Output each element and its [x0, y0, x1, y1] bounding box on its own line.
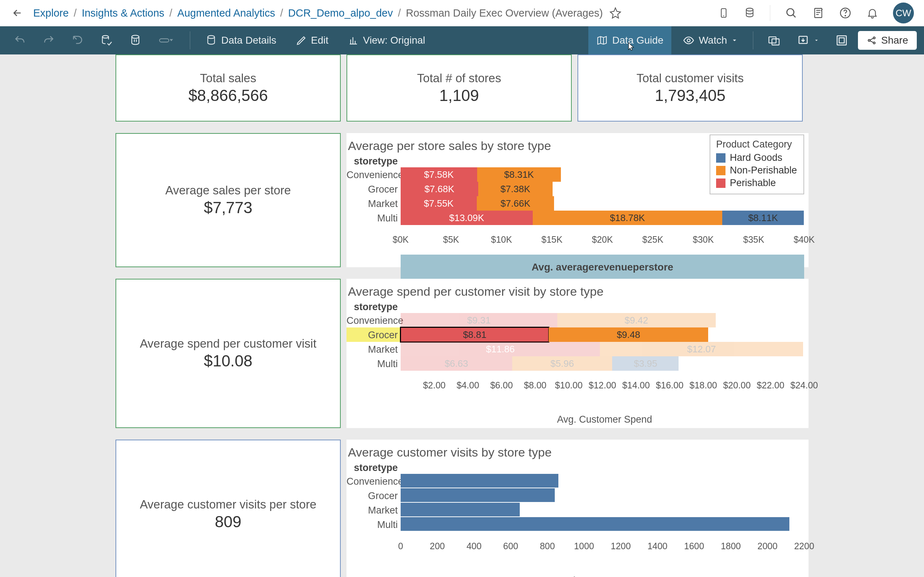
view-menu-button[interactable] [152, 26, 183, 55]
bar-row[interactable]: Grocer [347, 488, 809, 503]
bar-row[interactable]: Multi$13.09K$18.78K$8.11K [347, 211, 809, 225]
bar-row[interactable]: Multi$6.63$5.96$3.95 [347, 356, 809, 371]
svg-rect-5 [815, 8, 822, 18]
svg-point-25 [874, 42, 875, 44]
bar-segment[interactable]: $7.66K [477, 196, 554, 211]
chart-avg-visits-by-store-type[interactable]: Average customer visits by store type st… [347, 440, 809, 577]
note-icon[interactable] [812, 7, 824, 19]
bar-segment[interactable]: $12.07 [600, 342, 803, 356]
share-button[interactable]: Share [858, 31, 917, 50]
metrics-button[interactable] [761, 26, 787, 55]
row-spend-by-type: Average spend per customer visit $10.08 … [115, 279, 809, 428]
share-icon [867, 35, 877, 45]
kpi-avg-spend[interactable]: Average spend per customer visit $10.08 [115, 279, 341, 428]
axis-tick: $24.00 [790, 380, 818, 390]
bar-segment[interactable] [401, 517, 789, 531]
bar-row[interactable]: Convenience [347, 474, 809, 488]
data-guide-button[interactable]: Data Guide [588, 26, 671, 55]
fullscreen-button[interactable] [829, 26, 855, 55]
notifications-icon[interactable] [866, 7, 879, 19]
axis-tick: 1000 [574, 541, 594, 551]
kpi-value: 1,109 [439, 87, 479, 105]
data-source-icon[interactable] [744, 6, 756, 20]
axis-tick: 200 [430, 541, 445, 551]
bar-row[interactable]: Market [347, 503, 809, 517]
download-button[interactable] [790, 26, 825, 55]
category-label: Multi [347, 213, 398, 224]
kpi-value: 1,793,405 [655, 87, 725, 105]
chart-avg-spend-by-store-type[interactable]: Average spend per customer visit by stor… [347, 279, 809, 428]
dashboard-area: Total sales $8,866,566 Total # of stores… [0, 55, 924, 577]
bar-segment[interactable]: $9.42 [557, 313, 716, 327]
svg-line-27 [870, 41, 874, 43]
data-details-button[interactable]: Data Details [197, 26, 284, 55]
redo-button[interactable] [36, 26, 61, 55]
bar-segment[interactable] [401, 488, 555, 502]
crumb-explore[interactable]: Explore [33, 7, 69, 19]
bar-segment[interactable]: $7.55K [401, 196, 477, 211]
bar-row[interactable]: Multi [347, 517, 809, 532]
svg-line-4 [793, 15, 796, 18]
back-button[interactable] [10, 6, 24, 20]
bar-segment[interactable]: $9.48 [549, 327, 708, 342]
bar-row[interactable]: Market$7.55K$7.66K [347, 196, 809, 211]
edit-button[interactable]: Edit [288, 26, 336, 55]
crumb-project[interactable]: DCR_Demo_alpo_dev [288, 7, 393, 19]
bar-segment[interactable] [401, 503, 520, 516]
bar-segment[interactable]: $7.58K [401, 167, 477, 182]
data-details-icon [205, 35, 217, 46]
bar-segment[interactable] [401, 474, 558, 488]
svg-point-16 [208, 36, 215, 39]
help-icon[interactable] [839, 6, 852, 19]
crumb-current: Rossman Daily Exec Overview (Averages) [406, 7, 603, 19]
kpi-total-sales[interactable]: Total sales $8,866,566 [115, 55, 341, 121]
kpi-total-stores[interactable]: Total # of stores 1,109 [347, 55, 572, 121]
axis-tick: 600 [503, 541, 518, 551]
axis-tick: $14.00 [622, 380, 650, 390]
bar-segment[interactable]: $8.31K [477, 167, 561, 182]
bar-segment[interactable]: $5.96 [512, 356, 612, 371]
view-original-button[interactable]: View: Original [340, 26, 433, 55]
bar-segment[interactable]: $8.11K [722, 211, 804, 225]
category-label: Grocer [347, 490, 398, 501]
axis-tick: $2.00 [423, 380, 446, 390]
kpi-value: $7,773 [204, 199, 253, 217]
crumb-insights[interactable]: Insights & Actions [82, 7, 164, 19]
axis-tick: $22.00 [757, 380, 784, 390]
watch-button[interactable]: Watch [675, 26, 746, 55]
bar-segment[interactable]: $9.31 [401, 313, 557, 327]
bar-row[interactable]: Grocer$7.68K$7.38K [347, 182, 809, 196]
avatar[interactable]: CW [893, 3, 914, 23]
crumb-augmented[interactable]: Augmented Analytics [177, 7, 275, 19]
bar-segment[interactable]: $3.95 [612, 356, 678, 371]
category-label: Market [347, 344, 398, 355]
kpi-avg-sales[interactable]: Average sales per store $7,773 [115, 133, 341, 267]
kpi-title: Total sales [200, 71, 256, 85]
bar-row[interactable]: Market$11.86$12.07 [347, 342, 809, 356]
bar-segment[interactable]: $6.63 [401, 356, 512, 371]
refresh-data-button[interactable] [94, 26, 119, 55]
bar-segment[interactable]: $7.38K [478, 182, 552, 196]
kpi-avg-visits[interactable]: Average customer visits per store 809 [115, 440, 341, 577]
bar-segment[interactable]: $8.81 [401, 327, 549, 342]
data-guide-label: Data Guide [612, 35, 663, 46]
device-preview-icon[interactable] [718, 6, 729, 20]
bar-row[interactable]: Grocer$8.81$9.48 [347, 327, 809, 342]
bar-segment[interactable]: $11.86 [401, 342, 600, 356]
chart-avg-sales-by-store-type[interactable]: Average per store sales by store type Pr… [347, 133, 809, 267]
bar-segment[interactable]: $13.09K [401, 211, 533, 225]
toolbar: Data Details Edit View: Original Data Gu… [0, 26, 924, 55]
search-icon[interactable] [785, 6, 798, 19]
undo-button[interactable] [7, 26, 32, 55]
bar-segment[interactable]: $18.78K [533, 211, 722, 225]
kpi-total-visits[interactable]: Total customer visits 1,793,405 [577, 55, 803, 121]
svg-line-26 [870, 38, 874, 40]
pause-data-button[interactable] [123, 26, 148, 55]
storetype-header: storetype [347, 462, 398, 474]
favorite-star-icon[interactable] [609, 7, 622, 19]
bar-row[interactable]: Convenience$9.31$9.42 [347, 313, 809, 327]
bar-row[interactable]: Convenience$7.58K$8.31K [347, 167, 809, 182]
revert-button[interactable] [65, 26, 90, 55]
chevron-down-icon [731, 37, 738, 44]
bar-segment[interactable]: $7.68K [401, 182, 478, 196]
